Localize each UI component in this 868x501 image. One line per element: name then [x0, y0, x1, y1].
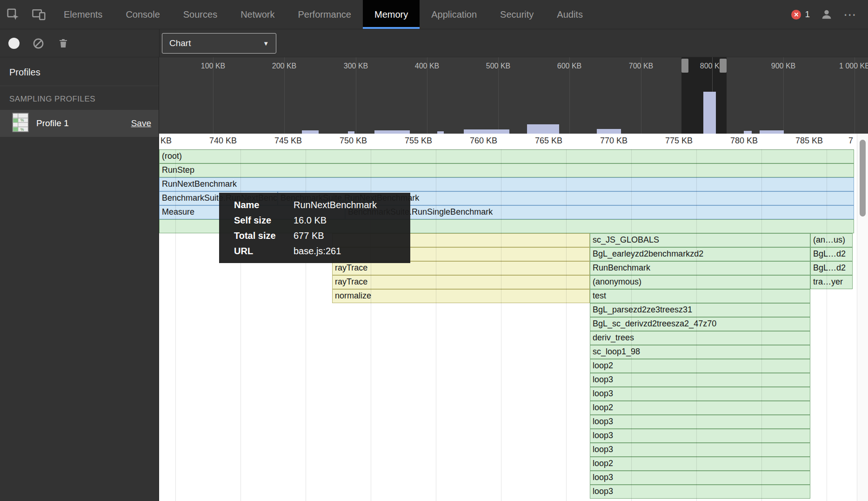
- flame-segment[interactable]: BgL_earleyzd2benchmarkzd2: [590, 247, 810, 261]
- flame-segment[interactable]: test: [590, 289, 810, 303]
- overview-tick-label: 1 000 KB: [839, 62, 868, 70]
- flame-segment[interactable]: deriv_trees: [590, 331, 810, 345]
- flame-gridline: [501, 149, 501, 501]
- tooltip-field: Self size16.0 KB: [234, 213, 410, 228]
- flame-gridline: [631, 149, 632, 501]
- heap-chart-panel: 100 KB200 KB300 KB400 KB500 KB600 KB700 …: [159, 57, 868, 501]
- clear-button[interactable]: [26, 29, 50, 57]
- tooltip-field-label: Self size: [234, 213, 294, 228]
- flame-segment[interactable]: sc_loop1_98: [590, 345, 810, 359]
- selection-right-handle[interactable]: [720, 59, 727, 73]
- devtools-window: ElementsConsoleSourcesNetworkPerformance…: [0, 0, 868, 501]
- flame-segment[interactable]: loop2: [590, 401, 810, 415]
- tab-memory[interactable]: Memory: [363, 0, 420, 29]
- flame-segment[interactable]: loop2: [590, 457, 810, 471]
- tab-sources[interactable]: Sources: [172, 0, 229, 29]
- ruler-tick-label: 785 KB: [795, 136, 823, 146]
- main-toolbar: ElementsConsoleSourcesNetworkPerformance…: [0, 0, 868, 29]
- device-toolbar-icon[interactable]: [26, 0, 52, 29]
- flame-segment[interactable]: loop2: [590, 359, 810, 373]
- ruler-tick-label: 775 KB: [665, 136, 693, 146]
- flame-segment[interactable]: BgL_sc_derivzd2treesza2_47z70: [590, 317, 810, 331]
- view-mode-value: Chart: [169, 38, 191, 48]
- flame-tooltip: NameRunNextBenchmarkSelf size16.0 KBTota…: [219, 193, 410, 263]
- error-badge[interactable]: ✕ 1: [791, 9, 810, 20]
- overview-tick-label: 700 KB: [629, 62, 653, 70]
- flame-segment[interactable]: (anonymous): [590, 275, 810, 289]
- heap-profile-icon: % %: [12, 113, 29, 134]
- more-options-icon[interactable]: ⋯: [843, 7, 857, 22]
- flame-segment[interactable]: BgL…d2: [810, 247, 853, 261]
- devtools-tabs: ElementsConsoleSourcesNetworkPerformance…: [52, 0, 594, 29]
- flame-gridline: [566, 149, 567, 501]
- vertical-scrollbar[interactable]: [857, 134, 868, 501]
- flame-segment[interactable]: loop3: [590, 387, 810, 401]
- user-icon[interactable]: [820, 8, 833, 21]
- flame-segment[interactable]: loop3: [590, 373, 810, 387]
- flame-segment[interactable]: BgL…d2: [810, 261, 853, 275]
- flame-segment[interactable]: loop3: [590, 471, 810, 485]
- flame-segment[interactable]: BenchmarkSuite.RunSingleBenchmark: [345, 205, 854, 219]
- overview-tick-label: 100 KB: [201, 62, 225, 70]
- profile-item[interactable]: % % Profile 1 Save: [0, 110, 159, 137]
- error-icon: ✕: [791, 10, 801, 20]
- flame-segment[interactable]: RunBenchmark: [590, 261, 810, 275]
- flame-segment[interactable]: RunStep: [159, 163, 854, 177]
- clear-icon: [32, 37, 45, 50]
- tab-performance[interactable]: Performance: [287, 0, 363, 29]
- ruler-tick-label: 765 KB: [535, 136, 562, 146]
- ruler-tick-label: 760 KB: [470, 136, 497, 146]
- tooltip-field-label: Name: [234, 197, 294, 213]
- delete-profile-button[interactable]: [51, 29, 75, 57]
- selection-left-handle[interactable]: [681, 59, 688, 73]
- flame-segment[interactable]: BgL_parsezd2ze3treesz31: [590, 303, 810, 317]
- overview-tick-label: 600 KB: [557, 62, 581, 70]
- overview-tick-label: 900 KB: [771, 62, 795, 70]
- ruler-tick-label: 750 KB: [340, 136, 367, 146]
- flame-segment[interactable]: loop3: [590, 443, 810, 457]
- sidebar-section-title: SAMPLING PROFILES: [0, 86, 159, 110]
- flame-segment[interactable]: RunNextBenchmark: [159, 177, 854, 191]
- record-button[interactable]: [2, 29, 26, 57]
- flame-segment[interactable]: loop3: [590, 429, 810, 443]
- error-count: 1: [805, 9, 810, 20]
- flame-segment[interactable]: loop3: [590, 485, 810, 499]
- overview-histogram-bar: [374, 130, 410, 134]
- ruler-tick-label: KB: [160, 136, 172, 146]
- memory-ruler: KB740 KB745 KB750 KB755 KB760 KB765 KB77…: [159, 134, 854, 149]
- inspect-icon[interactable]: [0, 0, 26, 29]
- overview-tick-label: 400 KB: [415, 62, 439, 70]
- memory-overview[interactable]: 100 KB200 KB300 KB400 KB500 KB600 KB700 …: [159, 57, 868, 134]
- flame-segment[interactable]: loop3: [590, 415, 810, 429]
- tooltip-field-label: Total size: [234, 228, 294, 244]
- trash-icon: [58, 37, 69, 49]
- overview-tick-label: 500 KB: [486, 62, 510, 70]
- scrollbar-thumb[interactable]: [860, 140, 866, 217]
- flame-gridline: [827, 149, 827, 501]
- tab-elements[interactable]: Elements: [52, 0, 114, 29]
- tooltip-field-value: base.js:261: [294, 244, 341, 259]
- tooltip-field: URLbase.js:261: [234, 244, 410, 259]
- overview-histogram-bar: [527, 124, 559, 134]
- svg-text:%: %: [20, 127, 24, 132]
- flame-segment[interactable]: tra…yer: [810, 275, 853, 289]
- flame-segment[interactable]: (root): [159, 149, 854, 163]
- flame-gridline: [175, 149, 176, 501]
- flame-gridline: [761, 149, 762, 501]
- ruler-tick-label: 770 KB: [600, 136, 628, 146]
- flame-gridline: [696, 149, 697, 501]
- save-link[interactable]: Save: [131, 118, 151, 129]
- toolbar-right-cluster: ✕ 1 ⋯: [791, 0, 868, 29]
- tab-audits[interactable]: Audits: [545, 0, 594, 29]
- tab-security[interactable]: Security: [488, 0, 545, 29]
- profile-name: Profile 1: [36, 118, 69, 129]
- overview-tick-label: 300 KB: [344, 62, 368, 70]
- record-icon: [8, 38, 20, 49]
- tab-application[interactable]: Application: [420, 0, 488, 29]
- flame-chart[interactable]: NameRunNextBenchmarkSelf size16.0 KBTota…: [159, 149, 854, 501]
- tab-network[interactable]: Network: [229, 0, 286, 29]
- view-mode-select[interactable]: Chart ▼: [162, 33, 276, 54]
- flame-segment[interactable]: sc_JS_GLOBALS: [590, 233, 810, 247]
- tab-console[interactable]: Console: [114, 0, 171, 29]
- flame-segment[interactable]: (an…us): [810, 233, 853, 247]
